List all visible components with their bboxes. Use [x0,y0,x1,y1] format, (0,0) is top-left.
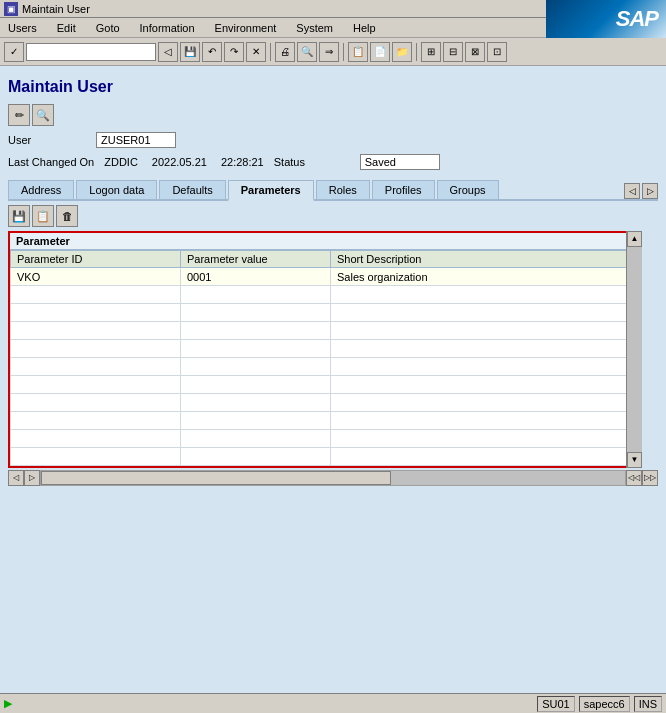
cell-id[interactable] [11,358,181,376]
status-value: Saved [360,154,440,170]
toolbar-btn2[interactable]: 📄 [370,42,390,62]
cell-description[interactable] [331,448,640,466]
cell-description[interactable] [331,322,640,340]
table-row[interactable] [11,340,640,358]
cell-value[interactable] [181,394,331,412]
cell-value[interactable] [181,340,331,358]
tab-roles[interactable]: Roles [316,180,370,199]
table-row[interactable] [11,394,640,412]
cell-value[interactable] [181,430,331,448]
cell-id[interactable] [11,376,181,394]
table-row[interactable] [11,358,640,376]
cell-value[interactable] [181,412,331,430]
cell-id[interactable] [11,304,181,322]
toolbar-prev-btn[interactable]: ↶ [202,42,222,62]
cell-id[interactable] [11,394,181,412]
tab-parameters[interactable]: Parameters [228,180,314,201]
command-input[interactable] [26,43,156,61]
cell-description[interactable] [331,358,640,376]
menu-system[interactable]: System [292,20,337,36]
toolbar-print-btn[interactable]: 🖨 [275,42,295,62]
toolbar-btn7[interactable]: ⊡ [487,42,507,62]
cell-description[interactable] [331,304,640,322]
cell-description[interactable] [331,394,640,412]
table-row[interactable] [11,412,640,430]
cell-id[interactable] [11,412,181,430]
toolbar-find-next-btn[interactable]: ⇒ [319,42,339,62]
cell-value[interactable] [181,376,331,394]
tab-profiles[interactable]: Profiles [372,180,435,199]
hscroll-right-btn[interactable]: ▷ [24,470,40,486]
toolbar-back-btn[interactable]: ◁ [158,42,178,62]
hscroll-thumb[interactable] [41,471,391,485]
menu-information[interactable]: Information [136,20,199,36]
tab-next-btn[interactable]: ▷ [642,183,658,199]
cell-id[interactable] [11,430,181,448]
table-row[interactable] [11,430,640,448]
toolbar-btn1[interactable]: 📋 [348,42,368,62]
hscroll-end-right-btn[interactable]: ▷▷ [642,470,658,486]
cell-description[interactable] [331,430,640,448]
menu-help[interactable]: Help [349,20,380,36]
table-row[interactable] [11,448,640,466]
cell-value[interactable] [181,286,331,304]
toolbar-save-btn[interactable]: 💾 [180,42,200,62]
table-row[interactable] [11,322,640,340]
toolbar-btn5[interactable]: ⊟ [443,42,463,62]
cell-description[interactable] [331,286,640,304]
cell-id[interactable] [11,448,181,466]
inner-btn1[interactable]: 💾 [8,205,30,227]
vertical-scrollbar[interactable]: ▲ ▼ [626,231,642,468]
cell-id[interactable]: VKO [11,268,181,286]
table-row[interactable] [11,376,640,394]
toolbar-next-btn[interactable]: ↷ [224,42,244,62]
main-toolbar: ✓ ◁ 💾 ↶ ↷ ✕ 🖨 🔍 ⇒ 📋 📄 📁 ⊞ ⊟ ⊠ ⊡ [0,38,666,66]
page-toolbar: ✏ 🔍 [8,100,658,130]
cell-value[interactable]: 0001 [181,268,331,286]
cell-value[interactable] [181,358,331,376]
changed-label: Last Changed On [8,156,94,168]
inner-btn2[interactable]: 📋 [32,205,54,227]
toolbar-cancel-btn[interactable]: ✕ [246,42,266,62]
scroll-up-btn[interactable]: ▲ [627,231,642,247]
toolbar-btn3[interactable]: 📁 [392,42,412,62]
tab-address[interactable]: Address [8,180,74,199]
tab-groups[interactable]: Groups [437,180,499,199]
tab-defaults[interactable]: Defaults [159,180,225,199]
hscroll-end-left-btn[interactable]: ◁◁ [626,470,642,486]
cell-description[interactable] [331,412,640,430]
cell-description[interactable]: Sales organization [331,268,640,286]
cell-value[interactable] [181,304,331,322]
cell-id[interactable] [11,286,181,304]
page-edit-btn[interactable]: ✏ [8,104,30,126]
page-title: Maintain User [8,72,658,100]
window-icon: ▣ [4,2,18,16]
cell-id[interactable] [11,340,181,358]
toolbar-btn4[interactable]: ⊞ [421,42,441,62]
page-search-btn[interactable]: 🔍 [32,104,54,126]
cell-value[interactable] [181,322,331,340]
scroll-down-btn[interactable]: ▼ [627,452,642,468]
hscroll-track[interactable] [40,470,626,486]
table-row[interactable] [11,286,640,304]
hscroll-left-btn[interactable]: ◁ [8,470,24,486]
menu-edit[interactable]: Edit [53,20,80,36]
table-row[interactable] [11,304,640,322]
toolbar-find-btn[interactable]: 🔍 [297,42,317,62]
toolbar-btn6[interactable]: ⊠ [465,42,485,62]
cell-value[interactable] [181,448,331,466]
menu-users[interactable]: Users [4,20,41,36]
tab-logon-data[interactable]: Logon data [76,180,157,199]
inner-btn3[interactable]: 🗑 [56,205,78,227]
table-row[interactable]: VKO0001Sales organization [11,268,640,286]
menu-environment[interactable]: Environment [211,20,281,36]
tab-prev-btn[interactable]: ◁ [624,183,640,199]
cell-description[interactable] [331,340,640,358]
cell-id[interactable] [11,322,181,340]
menu-goto[interactable]: Goto [92,20,124,36]
toolbar-sep3 [416,43,417,61]
cell-description[interactable] [331,376,640,394]
toolbar-check-btn[interactable]: ✓ [4,42,24,62]
user-label: User [8,134,88,146]
scroll-track[interactable] [627,247,642,452]
